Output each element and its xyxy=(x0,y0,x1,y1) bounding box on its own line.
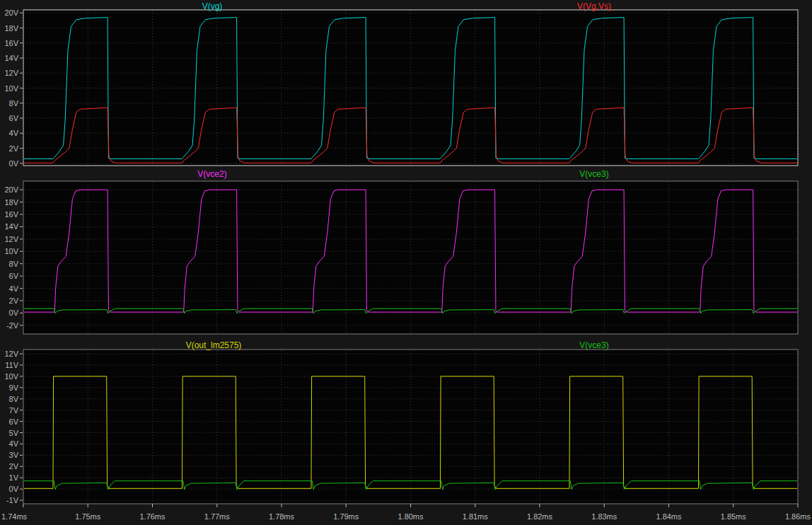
y-tick-label: 18V xyxy=(4,24,18,33)
y-tick-label: 4V xyxy=(9,284,19,293)
trace-label-out-lm2575[interactable]: V(out_lm2575) xyxy=(186,341,242,350)
y-tick-label: 4V xyxy=(9,129,19,137)
waveform-viewer: 0V2V4V6V8V10V12V14V16V18V20V-2V0V2V4V6V8… xyxy=(0,0,812,525)
trace-label-vg-vs[interactable]: V(Vg,Vs) xyxy=(577,2,611,11)
y-tick-label: 3V xyxy=(9,451,19,459)
trace-label-vg[interactable]: V(vg) xyxy=(202,2,223,11)
y-tick-label: 8V xyxy=(9,99,19,108)
y-tick-label: 6V xyxy=(9,114,19,122)
y-tick-label: 20V xyxy=(4,185,18,194)
y-tick-label: 12V xyxy=(4,235,18,243)
plot-area-middle[interactable] xyxy=(23,181,798,334)
x-tick-label: 1.80ms xyxy=(398,512,424,521)
y-tick-label: 6V xyxy=(9,417,19,426)
x-tick-label: 1.76ms xyxy=(139,512,166,521)
x-tick-label: 1.77ms xyxy=(204,512,231,521)
y-tick-label: -2V xyxy=(6,321,19,330)
y-tick-label: 6V xyxy=(9,272,19,280)
y-tick-label: 5V xyxy=(9,429,19,437)
x-tick-label: 1.79ms xyxy=(333,512,359,521)
y-tick-label: 9V xyxy=(9,383,19,392)
x-tick-label: 1.81ms xyxy=(463,512,489,521)
y-tick-label: 1V xyxy=(9,473,19,482)
trace-label-vce2[interactable]: V(vce2) xyxy=(197,170,226,179)
y-tick-label: 2V xyxy=(9,462,19,471)
x-tick-label: 1.74ms xyxy=(1,512,28,521)
y-tick-label: 0V xyxy=(9,159,19,168)
y-tick-label: 10V xyxy=(4,372,18,381)
y-tick-label: 10V xyxy=(4,84,18,93)
y-tick-label: 18V xyxy=(4,198,18,207)
x-tick-label: 1.84ms xyxy=(656,512,682,521)
y-tick-label: 0V xyxy=(9,485,19,493)
y-tick-label: 2V xyxy=(9,144,19,153)
y-tick-label: -1V xyxy=(6,496,19,504)
y-tick-label: 12V xyxy=(4,69,18,77)
y-tick-label: 14V xyxy=(4,222,18,231)
plot-svg[interactable]: 0V2V4V6V8V10V12V14V16V18V20V-2V0V2V4V6V8… xyxy=(0,0,812,525)
y-tick-label: 7V xyxy=(9,406,19,415)
x-tick-label: 1.75ms xyxy=(75,512,101,521)
y-tick-label: 2V xyxy=(9,296,19,305)
y-tick-label: 8V xyxy=(9,260,19,268)
y-tick-label: 8V xyxy=(9,395,19,403)
x-tick-label: 1.82ms xyxy=(527,512,553,521)
y-tick-label: 11V xyxy=(5,361,18,369)
x-tick-label: 1.78ms xyxy=(269,512,295,521)
x-tick-label: 1.85ms xyxy=(721,512,747,521)
x-tick-label: 1.86ms xyxy=(785,512,811,521)
trace-label-vce3-mid[interactable]: V(vce3) xyxy=(579,170,608,179)
y-tick-label: 16V xyxy=(4,210,18,219)
y-tick-label: 14V xyxy=(4,54,18,62)
trace-label-vce3-bottom[interactable]: V(vce3) xyxy=(579,341,608,350)
y-tick-label: 0V xyxy=(9,308,19,317)
y-tick-label: 4V xyxy=(9,439,19,448)
y-tick-label: 16V xyxy=(4,39,18,47)
y-tick-label: 10V xyxy=(4,247,18,255)
x-tick-label: 1.83ms xyxy=(591,512,617,521)
y-tick-label: 20V xyxy=(4,8,18,17)
y-tick-label: 12V xyxy=(4,350,18,358)
